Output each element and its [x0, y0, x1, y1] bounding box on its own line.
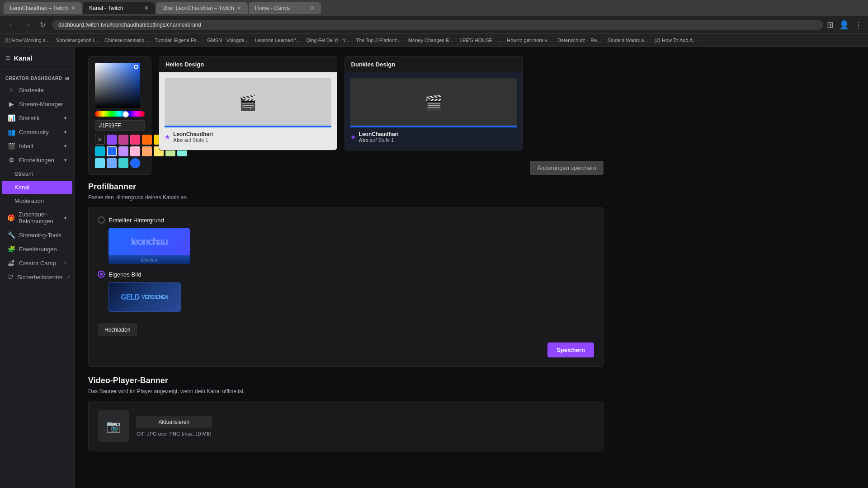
tabs-container: LeonChaudhari – Twitch ✕ Kanal - Twitch …	[4, 2, 321, 14]
sidebar-item-label-startseite: Startseite	[19, 87, 44, 94]
bookmark-2[interactable]: Sonderangebot! l...	[56, 38, 98, 43]
bookmark-8[interactable]: The Top 3 Platform...	[356, 38, 402, 43]
upload-info: Aktualisieren GIF, JPG oder PNG (max. 10…	[137, 416, 212, 436]
refresh-button[interactable]: ↻	[37, 19, 48, 31]
bookmark-13[interactable]: Student Wants a...	[608, 38, 648, 43]
bookmark-5[interactable]: GMSN - Vologda...	[207, 38, 249, 43]
sidebar-item-moderation[interactable]: Moderation	[2, 194, 72, 207]
swatch-pink-dark[interactable]	[118, 135, 128, 145]
camera-icon-placeholder: 📷	[98, 410, 129, 442]
sidebar-item-einstellungen[interactable]: ⚙ Einstellungen ▾	[2, 153, 72, 167]
light-video-placeholder: 🎬	[165, 78, 331, 127]
sidebar-item-startseite[interactable]: ⌂ Startseite	[2, 83, 72, 97]
sidebar-item-label-stream-manager: Stream-Manager	[19, 101, 63, 108]
tab-1-close[interactable]: ✕	[71, 5, 75, 11]
video-banner-title: Video-Player-Banner	[88, 376, 604, 385]
swatch-clear[interactable]: ✕	[95, 135, 105, 145]
save-changes-area: Änderungen speichern	[530, 161, 604, 175]
forward-button[interactable]: →	[21, 19, 33, 30]
tab-2-close[interactable]: ✕	[144, 5, 149, 11]
tab-1[interactable]: LeonChaudhari – Twitch ✕	[4, 2, 82, 14]
radio-custom-image[interactable]: Eigenes Bild	[98, 271, 594, 278]
light-channel-info: ★ LeonChaudhari Abo auf Stufe 1	[165, 127, 331, 145]
swatch-lavender[interactable]	[118, 146, 128, 156]
statistik-icon: 📊	[7, 114, 15, 122]
bookmark-1[interactable]: (1) How Working a...	[5, 38, 50, 43]
bookmark-3[interactable]: Chinese translatio...	[104, 38, 148, 43]
swatch-blue[interactable]	[107, 146, 117, 156]
bookmark-12[interactable]: Datenschutz – Re...	[557, 38, 601, 43]
radio-generated-bg[interactable]: Erstellter Hintergrund	[98, 216, 594, 224]
design-preview-cards: Helles Design 🎬 ★ LeonChaudhari Abo auf	[159, 56, 523, 150]
hue-slider-container[interactable]	[95, 111, 145, 117]
generated-banner-preview: leonchau leon leo	[108, 228, 594, 264]
tab-4-close[interactable]: ✕	[310, 5, 315, 11]
external-link-icon-sicherheit: ↗	[66, 274, 70, 280]
dark-design-preview: 🎬 ★ LeonChaudhari Abo auf Stufe 1	[345, 72, 523, 150]
sidebar-item-label-tools: Streaming-Tools	[19, 232, 61, 239]
sidebar-item-streaming-tools[interactable]: 🔧 Streaming-Tools	[2, 228, 72, 242]
back-button[interactable]: ←	[5, 19, 18, 30]
aktualisieren-button[interactable]: Aktualisieren	[137, 416, 212, 428]
sidebar-item-community[interactable]: 👥 Community ▾	[2, 125, 72, 139]
sidebar-item-label-stream: Stream	[14, 170, 33, 177]
sidebar-item-sicherheitscenter[interactable]: 🛡 Sicherheitscenter ↗	[2, 270, 72, 284]
swatch-selected-blue[interactable]	[130, 158, 140, 168]
swatch-pink[interactable]	[130, 135, 140, 145]
bookmark-7[interactable]: Qing Fei De Yi - Y...	[306, 38, 349, 43]
profilbanner-save-button[interactable]: Speichern	[547, 343, 594, 357]
swatch-orange[interactable]	[142, 135, 152, 145]
sidebar-item-stream[interactable]: Stream	[2, 167, 72, 180]
sidebar-item-statistik[interactable]: 📊 Statistik ▾	[2, 111, 72, 125]
zuschauer-icon: 🎁	[7, 214, 15, 221]
tab-1-label: LeonChaudhari – Twitch	[10, 5, 68, 11]
tab-4[interactable]: Home - Canva ✕	[249, 2, 321, 14]
chevron-down-icon: ▾	[64, 115, 67, 121]
sidebar-item-inhalt[interactable]: 🎬 Inhalt ▾	[2, 139, 72, 153]
extensions-icon[interactable]: ⊞	[827, 20, 834, 30]
tab-2[interactable]: Kanal - Twitch ✕	[83, 2, 155, 14]
pin-icon[interactable]: ⊞	[65, 76, 69, 81]
custom-banner-image: GELD VERDIENEN	[108, 282, 181, 312]
chevron-down-icon-community: ▾	[64, 129, 67, 135]
sidebar-item-zuschauer-belohnungen[interactable]: 🎁 Zuschauer-Belohnungen ▾	[2, 208, 72, 228]
custom-image-preview: GELD VERDIENEN	[108, 282, 594, 312]
hue-slider-thumb	[123, 111, 129, 117]
save-changes-button[interactable]: Änderungen speichern	[530, 161, 604, 175]
dark-video-placeholder: 🎬	[350, 78, 517, 127]
swatch-purple[interactable]	[107, 135, 117, 145]
bookmark-11[interactable]: How to get more v...	[507, 38, 551, 43]
bookmark-4[interactable]: Tutorial: Eigene Fa...	[155, 38, 201, 43]
menu-toggle-icon[interactable]: ≡	[5, 53, 10, 63]
bookmark-14[interactable]: (2) How To Add A...	[655, 38, 697, 43]
swatch-dark-teal[interactable]	[118, 158, 128, 168]
bookmark-9[interactable]: Money Changes E...	[408, 38, 453, 43]
swatch-sky[interactable]	[95, 158, 105, 168]
address-bar[interactable]: dashboard.twitch.tv/u/leonchaudhari/sett…	[52, 20, 823, 30]
sidebar-item-label-zuschauer: Zuschauer-Belohnungen	[19, 211, 61, 225]
sidebar-item-kanal[interactable]: Kanal	[2, 181, 72, 194]
swatch-peach[interactable]	[142, 146, 152, 156]
profile-icon[interactable]: 👤	[839, 20, 849, 30]
tab-4-label: Home - Canva	[255, 5, 290, 11]
swatch-cornflower[interactable]	[107, 158, 117, 168]
bookmark-10[interactable]: LEE'S HOUSE –...	[460, 38, 501, 43]
bookmarks-bar: (1) How Working a... Sonderangebot! l...…	[0, 33, 868, 47]
sidebar-item-stream-manager[interactable]: ▶ Stream-Manager	[2, 97, 72, 111]
video-banner-upload-area: 📷 Aktualisieren GIF, JPG oder PNG (max. …	[98, 410, 594, 442]
bookmark-6[interactable]: Lessons Learned f...	[255, 38, 300, 43]
swatch-cyan[interactable]	[95, 146, 105, 156]
tab-3[interactable]: Über LeonChaudhari – Twitch ✕	[156, 2, 248, 14]
upload-button[interactable]: Hochladen	[98, 324, 137, 336]
camera-icon: 📷	[106, 419, 121, 433]
color-picker-dot	[134, 65, 138, 69]
sidebar-item-creator-camp[interactable]: 🏕 Creator Camp ↗	[2, 256, 72, 270]
menu-icon[interactable]: ⋮	[854, 20, 863, 30]
tab-3-close[interactable]: ✕	[237, 5, 241, 11]
hex-color-input[interactable]: #1F69FF	[95, 120, 145, 131]
page-content: #1F69FF ✕	[75, 47, 617, 460]
hue-slider[interactable]	[95, 111, 145, 117]
color-gradient-canvas[interactable]	[95, 63, 140, 108]
swatch-light-pink[interactable]	[130, 146, 140, 156]
sidebar-item-erweiterungen[interactable]: 🧩 Erweiterungen	[2, 242, 72, 256]
